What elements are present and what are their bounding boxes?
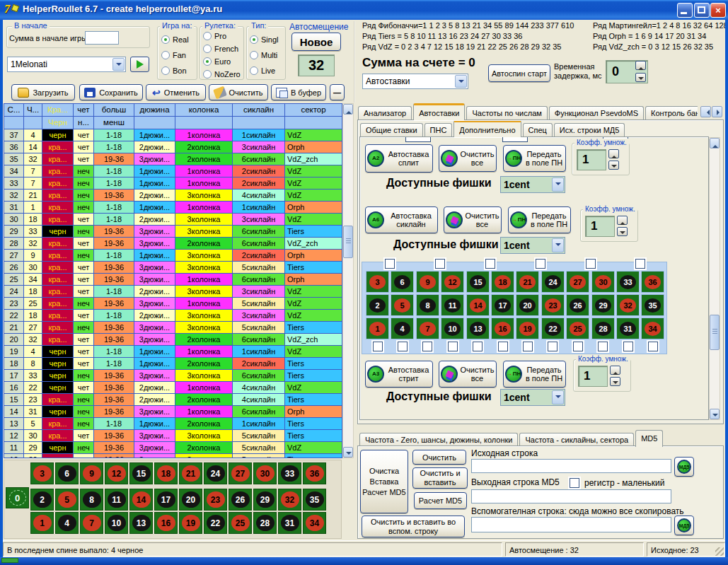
tabs-scroll-left-icon[interactable]	[700, 106, 711, 117]
scroll-up-icon[interactable]	[710, 138, 720, 148]
play-button[interactable]	[130, 57, 149, 72]
number-cell-17[interactable]: 17	[491, 294, 514, 316]
delay-spin-up[interactable]	[635, 61, 646, 70]
number-cell-8[interactable]: 8	[416, 294, 439, 316]
number-cell-22[interactable]: 22	[204, 512, 227, 534]
number-cell-14[interactable]: 14	[129, 489, 153, 511]
radio-option-multi[interactable]: Multi	[250, 51, 285, 59]
md5-src-input[interactable]	[471, 459, 671, 473]
number-cell-25[interactable]: 25	[229, 512, 252, 534]
number-cell-3[interactable]: 3	[30, 462, 54, 484]
number-cell-26[interactable]: 26	[566, 294, 589, 316]
number-cell-36[interactable]: 36	[641, 271, 664, 293]
radio-option-singl[interactable]: Singl	[250, 35, 285, 44]
md5-clear-paste-aux-button[interactable]: Очистить и вставить во вспом. строку	[362, 516, 465, 537]
md5-clear-paste-button[interactable]: Очистить и вставить	[412, 467, 468, 489]
delay-spin-down[interactable]	[635, 73, 646, 82]
number-cell-14[interactable]: 14	[466, 294, 490, 316]
number-cell-6[interactable]: 6	[391, 271, 414, 293]
undo-button[interactable]: ↩ Отменить	[146, 84, 206, 100]
number-cell-10[interactable]: 10	[105, 512, 128, 534]
subtab-пнс[interactable]: ПНС	[424, 123, 453, 137]
maximize-button[interactable]	[694, 3, 710, 18]
number-cell-12[interactable]: 12	[441, 271, 464, 293]
collapse-button[interactable]: —	[330, 84, 345, 100]
subtab-общие-ставки[interactable]: Общие ставки	[360, 123, 423, 137]
column-checkbox[interactable]	[573, 342, 583, 351]
load-button[interactable]: Загрузить	[11, 84, 75, 100]
number-cell-19[interactable]: 19	[179, 512, 202, 534]
number-cell-31[interactable]: 31	[278, 512, 301, 534]
scrollbar-thumb[interactable]	[343, 226, 353, 258]
tab-автоставки[interactable]: Автоставки	[413, 103, 465, 120]
profile-combo[interactable]: 1Melonati	[7, 57, 126, 72]
number-cell-11[interactable]: 11	[441, 294, 464, 316]
column-checkbox[interactable]	[398, 342, 408, 351]
new-button[interactable]: Новое	[291, 33, 341, 51]
number-cell-34[interactable]: 34	[303, 512, 326, 534]
close-button[interactable]: ×	[710, 3, 726, 18]
column-checkbox[interactable]	[473, 342, 483, 351]
chevron-down-icon[interactable]	[552, 390, 564, 404]
number-cell-17[interactable]: 17	[154, 489, 178, 511]
number-cell-16[interactable]: 16	[491, 318, 514, 339]
copy-to-buffer-button[interactable]: В буфер	[271, 84, 326, 100]
autostake-street-button[interactable]: A3 Автоставка стрит	[365, 361, 433, 388]
coeff-spin-down-3[interactable]	[610, 377, 620, 386]
number-cell-32[interactable]: 32	[616, 294, 640, 316]
coeff-spin-up-3[interactable]	[610, 366, 620, 375]
number-cell-34[interactable]: 34	[641, 318, 664, 339]
number-cell-0[interactable]: 0	[6, 487, 29, 508]
subtab-исх-строки-мд5[interactable]: Исх. строки МД5	[554, 123, 625, 137]
subtab-спец[interactable]: Спец	[523, 123, 553, 137]
number-cell-18[interactable]: 18	[491, 271, 514, 293]
start-sum-input[interactable]	[85, 31, 119, 45]
number-cell-7[interactable]: 7	[416, 318, 439, 339]
number-cell-11[interactable]: 11	[105, 489, 128, 511]
coeff-spin-up-1[interactable]	[608, 149, 619, 158]
pair-checkbox[interactable]	[385, 259, 395, 269]
number-cell-27[interactable]: 27	[229, 462, 252, 484]
number-cell-18[interactable]: 18	[154, 462, 178, 484]
subtab-дополнительно[interactable]: Дополнительно	[453, 121, 521, 137]
number-cell-12[interactable]: 12	[105, 462, 128, 484]
number-cell-35[interactable]: 35	[641, 294, 664, 316]
number-cell-8[interactable]: 8	[80, 489, 103, 511]
coeff-spin-up-2[interactable]	[617, 216, 628, 225]
number-cell-30[interactable]: 30	[253, 462, 277, 484]
pair-checkbox[interactable]	[485, 259, 495, 269]
number-cell-3[interactable]: 3	[366, 271, 389, 293]
coeff-spin-down-1[interactable]	[608, 161, 619, 170]
pair-checkbox[interactable]	[536, 259, 545, 269]
md5-run-button-1[interactable]: МД5	[674, 457, 694, 477]
radio-option-euro[interactable]: Euro	[203, 57, 243, 66]
transfer-pn-button-2[interactable]: →ПН Передать в поле ПН	[508, 206, 571, 233]
autostake-split-button[interactable]: A2 Автоставка сплит	[365, 144, 433, 173]
autospin-button[interactable]: Автоспин старт	[488, 64, 550, 82]
md5-aux-input[interactable]	[471, 517, 671, 532]
resize-grip[interactable]	[715, 547, 724, 556]
number-cell-9[interactable]: 9	[80, 462, 103, 484]
tab-md5[interactable]: MD5	[635, 430, 663, 447]
scroll-up-icon[interactable]	[343, 104, 353, 115]
scrollbar-thumb[interactable]	[710, 315, 720, 350]
tab-анализатор[interactable]: Анализатор	[358, 106, 412, 120]
number-cell-31[interactable]: 31	[616, 318, 640, 339]
pair-checkbox[interactable]	[586, 259, 596, 269]
number-cell-19[interactable]: 19	[516, 318, 539, 339]
chips-combo-3[interactable]: 1cent	[500, 389, 565, 406]
number-cell-5[interactable]: 5	[55, 489, 79, 511]
scroll-down-icon[interactable]	[343, 447, 353, 458]
tab-функционал-psevdoms[interactable]: Функционал PsevdoMS	[549, 106, 644, 120]
clear-all-button-1[interactable]: Очистить все	[439, 145, 497, 172]
number-cell-16[interactable]: 16	[154, 512, 178, 534]
number-cell-13[interactable]: 13	[129, 512, 153, 534]
md5-calc-button[interactable]: Расчет MD5	[414, 492, 467, 509]
pair-checkbox[interactable]	[435, 259, 445, 269]
transfer-pn-button-3[interactable]: →ПН Передать в поле ПН	[503, 361, 566, 388]
number-cell-13[interactable]: 13	[466, 318, 490, 339]
number-cell-15[interactable]: 15	[129, 462, 153, 484]
number-cell-33[interactable]: 33	[278, 462, 301, 484]
transfer-pn-button-1[interactable]: →ПН Передать в поле ПН	[503, 145, 566, 172]
column-checkbox[interactable]	[373, 342, 383, 351]
